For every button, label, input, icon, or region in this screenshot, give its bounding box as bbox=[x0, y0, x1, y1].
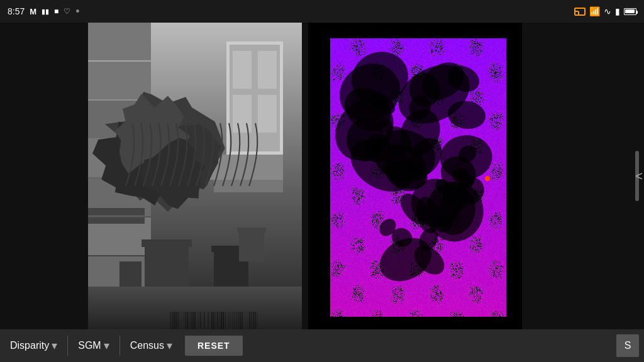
sgm-arrow: ▾ bbox=[104, 339, 109, 353]
gmail-icon: M bbox=[30, 7, 36, 16]
sgm-dropdown[interactable]: SGM ▾ bbox=[73, 333, 114, 358]
video-icon: ▮▮ bbox=[42, 8, 49, 16]
disparity-dropdown[interactable]: Disparity ▾ bbox=[5, 333, 62, 358]
battery-icon bbox=[624, 8, 636, 15]
left-image-panel bbox=[88, 23, 302, 329]
disparity-canvas bbox=[308, 23, 522, 329]
grayscale-canvas bbox=[88, 23, 302, 329]
disparity-label: Disparity bbox=[10, 340, 49, 351]
reset-button[interactable]: RESET bbox=[185, 336, 243, 356]
census-dropdown[interactable]: Census ▾ bbox=[125, 333, 177, 358]
cast-icon bbox=[574, 8, 586, 16]
main-content: < bbox=[0, 23, 644, 329]
census-label: Census bbox=[130, 340, 164, 351]
s-button[interactable]: S bbox=[616, 334, 639, 357]
calendar-icon: ■ bbox=[54, 7, 58, 16]
sgm-label: SGM bbox=[78, 340, 101, 351]
wifi-icon: ∿ bbox=[604, 6, 611, 16]
divider-1 bbox=[67, 336, 68, 356]
time-display: 8:57 bbox=[8, 6, 25, 16]
census-arrow: ▾ bbox=[167, 339, 172, 353]
status-bar: 8:57 M ▮▮ ■ ♡ • 📶 ∿ ▮ bbox=[0, 0, 644, 23]
disparity-image-panel bbox=[308, 23, 522, 329]
vibrate-icon: 📶 bbox=[589, 6, 600, 16]
divider-2 bbox=[119, 336, 120, 356]
right-arrow-button[interactable]: < bbox=[635, 169, 643, 184]
disparity-arrow: ▾ bbox=[52, 339, 57, 353]
heart-icon: ♡ bbox=[64, 7, 70, 16]
toolbar: Disparity ▾ SGM ▾ Census ▾ RESET S bbox=[0, 329, 644, 362]
dot-icon: • bbox=[75, 5, 79, 18]
signal-icon: ▮ bbox=[615, 6, 620, 16]
